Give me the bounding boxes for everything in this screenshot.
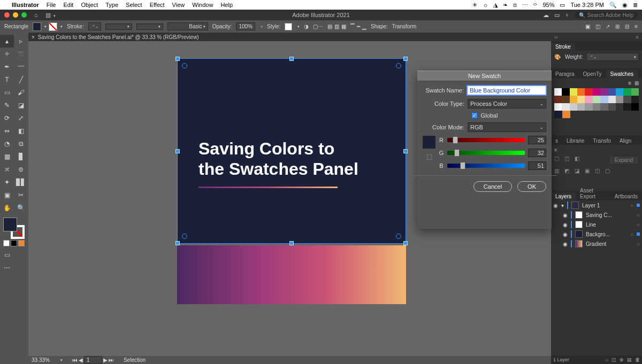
gradient-tool[interactable]: ▊: [14, 150, 28, 163]
global-checkbox[interactable]: ✓: [471, 112, 478, 119]
selection-handle[interactable]: [403, 241, 408, 245]
swatch[interactable]: [593, 88, 600, 96]
swatch[interactable]: [562, 88, 569, 96]
ok-button[interactable]: OK: [517, 181, 546, 192]
menu-view[interactable]: View: [172, 2, 185, 8]
swatch[interactable]: [585, 88, 592, 96]
target-icon[interactable]: ○: [637, 241, 640, 247]
panel-tab-align[interactable]: Align: [615, 137, 636, 145]
lasso-tool[interactable]: ➰: [14, 48, 28, 60]
graphic-style[interactable]: [285, 23, 292, 30]
gradient-rect[interactable]: [177, 245, 406, 304]
visibility-toggle-icon[interactable]: ◉: [563, 231, 568, 237]
opacity-input[interactable]: 100%: [236, 22, 255, 30]
swatch[interactable]: [570, 88, 577, 96]
align-group-icon[interactable]: ▢⋯: [313, 24, 323, 29]
expand-button[interactable]: Expand: [609, 156, 639, 165]
target-icon[interactable]: ○: [630, 203, 633, 208]
swatch[interactable]: [608, 96, 616, 103]
stroke-color[interactable]: [49, 22, 57, 31]
disclosure-icon[interactable]: ▾: [561, 203, 564, 208]
line-tool[interactable]: ╱: [14, 73, 28, 86]
selection-handle[interactable]: [289, 57, 294, 61]
swatch[interactable]: [631, 103, 639, 111]
document-tab-title[interactable]: Saving Colors to the Swatches Panel.ai* …: [38, 34, 199, 40]
spotlight-icon[interactable]: 🔍: [609, 2, 617, 9]
color-panel-icon[interactable]: 🎨: [554, 54, 562, 60]
color-type-dropdown[interactable]: Process Color⌄: [468, 99, 546, 109]
swatch[interactable]: [554, 88, 562, 96]
swatch[interactable]: [562, 103, 569, 111]
swatch[interactable]: [631, 96, 639, 103]
pathfinder-trim-icon[interactable]: ◩: [564, 168, 569, 174]
home-icon[interactable]: ⌂: [34, 12, 38, 18]
swatch[interactable]: [554, 96, 562, 103]
pathfinder-minusback-icon[interactable]: ▢: [605, 168, 610, 174]
menu-help[interactable]: Help: [220, 2, 233, 8]
pathfinder-minus-icon[interactable]: ◫: [564, 156, 569, 165]
menu-edit[interactable]: Edit: [63, 2, 73, 8]
transform-button[interactable]: Transform: [392, 24, 416, 29]
clip-mask-icon[interactable]: ◫: [595, 24, 600, 29]
b-value-input[interactable]: 51: [528, 161, 546, 170]
swatch[interactable]: [554, 103, 562, 111]
swatch[interactable]: [600, 103, 608, 111]
menubar-extra-icon[interactable]: ⋯: [522, 2, 528, 9]
perspective-tool[interactable]: ⧉: [14, 137, 28, 150]
make-clip-icon[interactable]: ◫: [612, 357, 616, 362]
symbol-sprayer-tool[interactable]: ✦: [0, 176, 14, 189]
window-minimize-button[interactable]: [13, 12, 18, 18]
color-mode-icon[interactable]: [3, 240, 10, 246]
r-value-input[interactable]: 25: [528, 136, 546, 144]
edit-icon[interactable]: ↗: [606, 24, 610, 29]
swatch[interactable]: [585, 103, 592, 111]
clock[interactable]: Tue 3:28 PM: [570, 2, 604, 8]
pathfinder-outline-icon[interactable]: ◫: [595, 168, 600, 174]
layer-name[interactable]: Layer 1: [582, 203, 627, 208]
last-artboard-icon[interactable]: ⏭: [109, 357, 114, 363]
align-bottom-icon[interactable]: ▁: [362, 24, 366, 29]
layer-name[interactable]: Gradient: [586, 241, 633, 247]
edit-toolbar-icon[interactable]: ⋯: [0, 261, 14, 274]
screen-mode-icon[interactable]: ▭: [0, 249, 14, 261]
target-icon[interactable]: ○: [637, 222, 640, 228]
eyedropper-tool[interactable]: ⤯: [0, 163, 14, 176]
pathfinder-merge-icon[interactable]: ◪: [575, 168, 579, 174]
eraser-tool[interactable]: ◪: [14, 99, 28, 112]
workspace-switcher[interactable]: ▥ ▾: [45, 12, 56, 19]
brush-tool[interactable]: 🖌: [14, 86, 28, 99]
type-tool[interactable]: T: [0, 73, 14, 86]
collapse-panels-icon[interactable]: ›› ≡: [551, 33, 642, 41]
g-slider[interactable]: [447, 151, 525, 155]
brush-definition[interactable]: ▾: [136, 24, 163, 30]
panel-tab-asset-export[interactable]: Asset Export: [576, 187, 610, 200]
notification-center-icon[interactable]: ≣: [633, 2, 638, 9]
pathfinder-divide-icon[interactable]: ▥: [554, 168, 559, 174]
selection-handle[interactable]: [175, 57, 180, 61]
layer-name[interactable]: Saving C...: [586, 212, 633, 218]
window-zoom-button[interactable]: [21, 12, 27, 18]
app-menu[interactable]: Illustrator: [12, 2, 39, 8]
menu-effect[interactable]: Effect: [150, 2, 165, 8]
blend-tool[interactable]: ⊚: [14, 163, 28, 176]
panel-tab-libraries[interactable]: Librarie: [562, 137, 588, 145]
cloud-sync-icon[interactable]: ☁: [543, 12, 549, 19]
swatch[interactable]: [631, 88, 639, 96]
b-slider[interactable]: [447, 164, 525, 168]
prev-artboard-icon[interactable]: ◀: [79, 357, 83, 363]
cancel-button[interactable]: Cancel: [473, 181, 512, 192]
g-value-input[interactable]: 32: [528, 149, 546, 157]
pathfinder-unite-icon[interactable]: ▢: [554, 156, 559, 165]
visibility-toggle-icon[interactable]: ◉: [563, 212, 568, 218]
selection-handle[interactable]: [289, 241, 294, 245]
recolor-icon[interactable]: ◑: [304, 24, 309, 29]
rectangle-tool[interactable]: ▭: [0, 86, 14, 99]
live-corner-widget[interactable]: [182, 63, 187, 68]
target-icon[interactable]: ○: [630, 231, 633, 237]
artboard-nav-input[interactable]: 1: [84, 356, 102, 364]
selection-handle[interactable]: [403, 149, 408, 153]
swatch[interactable]: [608, 103, 616, 111]
direct-selection-tool[interactable]: ▹: [14, 35, 28, 48]
selection-handle[interactable]: [175, 149, 180, 153]
menu-file[interactable]: File: [47, 2, 56, 8]
